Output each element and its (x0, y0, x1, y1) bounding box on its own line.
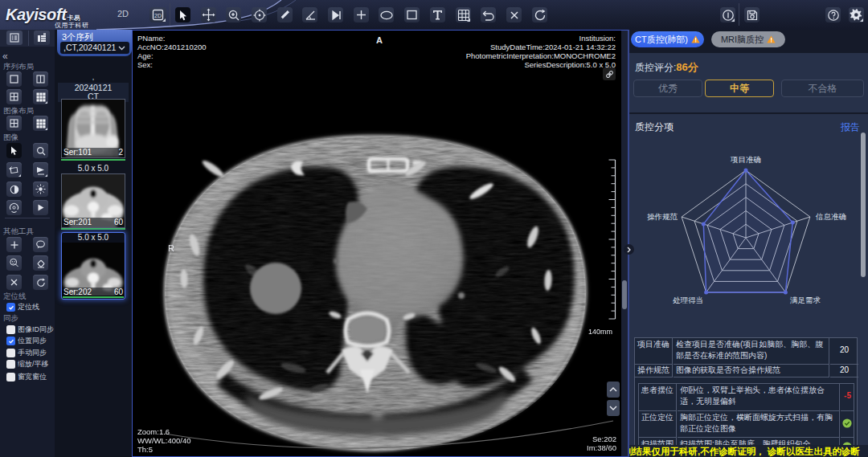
svg-text:2D: 2D (154, 13, 162, 18)
svg-text:信息准确: 信息准确 (815, 212, 846, 221)
svg-text:操作规范: 操作规范 (647, 212, 678, 221)
svg-text:满足需求: 满足需求 (790, 296, 821, 304)
svg-text:处理得当: 处理得当 (673, 296, 703, 304)
svg-text:项目准确: 项目准确 (730, 155, 761, 164)
